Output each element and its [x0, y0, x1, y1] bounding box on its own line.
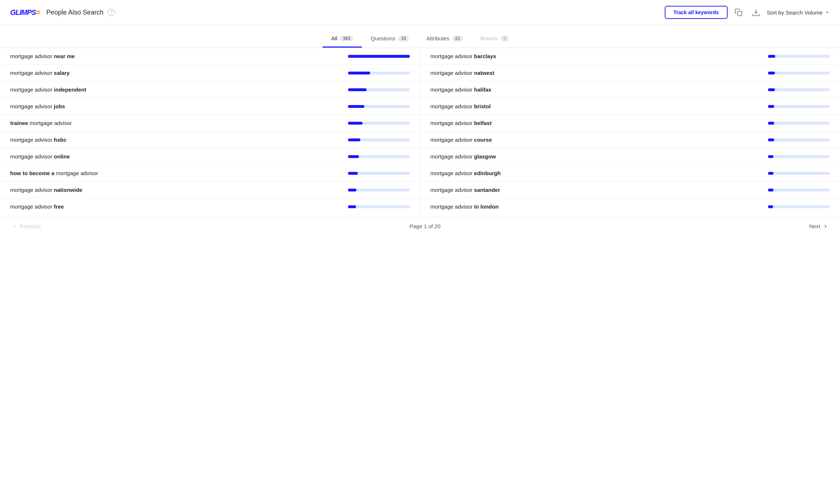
bar-fill: [768, 155, 773, 158]
keyword-row: mortgage advisor course: [420, 132, 840, 148]
keyword-text: mortgage advisor bristol: [431, 103, 763, 109]
sort-button[interactable]: Sort by Search Volume: [767, 9, 830, 16]
keyword-row: mortgage advisor independent: [0, 81, 420, 98]
keyword-row: mortgage advisor jobs: [0, 98, 420, 115]
keyword-text: mortgage advisor edinburgh: [431, 170, 763, 176]
keyword-row: mortgage advisor in london: [420, 198, 840, 215]
volume-bar: [348, 172, 410, 175]
keyword-text: mortgage advisor in london: [431, 203, 763, 210]
keyword-row: trainee mortgage advisor: [0, 115, 420, 132]
keyword-text: mortgage advisor free: [10, 203, 342, 210]
bar-fill: [348, 138, 360, 141]
right-column: mortgage advisor barclays mortgage advis…: [420, 48, 840, 215]
keyword-text: mortgage advisor course: [431, 137, 763, 143]
keyword-text: mortgage advisor barclays: [431, 53, 763, 59]
bar-fill: [768, 55, 775, 58]
volume-bar: [768, 105, 830, 108]
volume-bar: [768, 205, 830, 208]
help-icon[interactable]: ?: [108, 9, 115, 16]
keyword-text: trainee mortgage advisor: [10, 120, 342, 126]
bar-fill: [768, 122, 774, 125]
volume-bar: [768, 189, 830, 191]
keyword-row: mortgage advisor free: [0, 198, 420, 215]
bar-fill: [768, 189, 773, 191]
tab-badge: 21: [452, 36, 463, 41]
left-column: mortgage advisor near me mortgage adviso…: [0, 48, 420, 215]
volume-bar: [768, 172, 830, 175]
tab-label: Attributes: [426, 35, 449, 41]
bar-fill: [348, 189, 357, 191]
keyword-row: mortgage advisor bristol: [420, 98, 840, 115]
page-title: People Also Search: [46, 9, 103, 16]
keyword-row: mortgage advisor halifax: [420, 81, 840, 98]
header: GLIMPS= People Also Search ? Track all k…: [0, 0, 840, 25]
keyword-text: mortgage advisor glasgow: [431, 153, 763, 160]
keyword-text: mortgage advisor hsbc: [10, 137, 342, 143]
bar-fill: [348, 55, 410, 58]
bar-fill: [348, 72, 370, 74]
keyword-row: mortgage advisor salary: [0, 65, 420, 81]
keyword-row: mortgage advisor glasgow: [420, 148, 840, 165]
bar-fill: [348, 205, 356, 208]
previous-button[interactable]: Previous: [12, 223, 41, 229]
keyword-row: mortgage advisor santander: [420, 182, 840, 198]
volume-bar: [768, 155, 830, 158]
bar-fill: [348, 122, 363, 125]
logo: GLIMPS=: [10, 8, 40, 17]
tabs-bar: All393Questions10Attributes21Brands0: [0, 25, 840, 48]
tab-badge: 0: [501, 36, 509, 41]
bar-fill: [348, 172, 358, 175]
volume-bar: [348, 72, 410, 74]
keyword-row: mortgage advisor nationwide: [0, 182, 420, 198]
tab-badge: 10: [398, 36, 409, 41]
tab-questions[interactable]: Questions10: [362, 32, 417, 48]
keyword-text: mortgage advisor jobs: [10, 103, 342, 109]
tab-badge: 393: [340, 36, 353, 41]
volume-bar: [348, 88, 410, 91]
keyword-text: mortgage advisor near me: [10, 53, 342, 59]
tab-attributes[interactable]: Attributes21: [417, 32, 472, 48]
keyword-row: how to become a mortgage advisor: [0, 165, 420, 182]
bar-fill: [768, 205, 773, 208]
tab-all[interactable]: All393: [323, 32, 362, 48]
keyword-text: mortgage advisor salary: [10, 70, 342, 76]
keyword-row: mortgage advisor hsbc: [0, 132, 420, 148]
keyword-row: mortgage advisor belfast: [420, 115, 840, 132]
keyword-text: mortgage advisor belfast: [431, 120, 763, 126]
keyword-text: mortgage advisor independent: [10, 86, 342, 93]
keyword-text: mortgage advisor online: [10, 153, 342, 160]
tab-brands[interactable]: Brands0: [472, 32, 517, 48]
keyword-row: mortgage advisor online: [0, 148, 420, 165]
copy-icon[interactable]: [732, 6, 745, 19]
tab-label: Brands: [480, 35, 498, 41]
keyword-grid: mortgage advisor near me mortgage adviso…: [0, 48, 840, 215]
volume-bar: [768, 72, 830, 74]
volume-bar: [348, 205, 410, 208]
bar-fill: [768, 88, 775, 91]
keyword-row: mortgage advisor edinburgh: [420, 165, 840, 182]
keyword-text: how to become a mortgage advisor: [10, 170, 342, 176]
keyword-row: mortgage advisor barclays: [420, 48, 840, 65]
tab-label: All: [331, 35, 337, 41]
volume-bar: [768, 88, 830, 91]
keyword-row: mortgage advisor natwest: [420, 65, 840, 81]
volume-bar: [348, 138, 410, 141]
volume-bar: [348, 55, 410, 58]
volume-bar: [768, 122, 830, 125]
track-all-keywords-button[interactable]: Track all keywords: [665, 6, 728, 19]
volume-bar: [348, 189, 410, 191]
keyword-text: mortgage advisor nationwide: [10, 187, 342, 193]
volume-bar: [348, 122, 410, 125]
download-icon[interactable]: [749, 6, 763, 19]
volume-bar: [768, 138, 830, 141]
svg-rect-0: [737, 11, 742, 16]
bar-fill: [768, 105, 774, 108]
volume-bar: [348, 155, 410, 158]
tab-label: Questions: [371, 35, 395, 41]
volume-bar: [768, 55, 830, 58]
next-button[interactable]: Next: [809, 223, 828, 229]
keyword-text: mortgage advisor santander: [431, 187, 763, 193]
bar-fill: [768, 72, 775, 74]
bar-fill: [348, 155, 359, 158]
bar-fill: [348, 88, 367, 91]
